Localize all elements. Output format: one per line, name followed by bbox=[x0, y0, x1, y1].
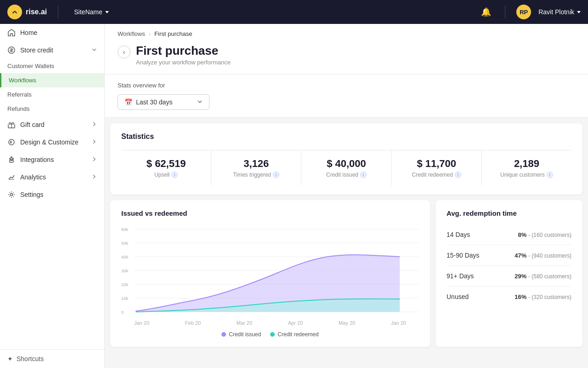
legend-credit-issued: Credit issued bbox=[221, 331, 261, 338]
design-icon bbox=[7, 138, 16, 146]
sidebar-item-analytics[interactable]: Analytics bbox=[0, 168, 104, 186]
redemption-label-91-plus: 91+ Days bbox=[447, 272, 474, 280]
breadcrumb: Workflows › First purchase bbox=[118, 30, 575, 44]
page-header-row: ‹ First purchase Analyze your workflow p… bbox=[118, 44, 575, 66]
site-name-text: SiteName bbox=[74, 8, 102, 16]
stat-times-triggered-value: 3,126 bbox=[220, 158, 292, 170]
nav-divider bbox=[58, 6, 58, 18]
back-button[interactable]: ‹ bbox=[118, 46, 130, 58]
logo[interactable]: rise.ai bbox=[7, 5, 47, 19]
x-label-feb20: Feb 20 bbox=[185, 320, 201, 326]
site-name-selector[interactable]: SiteName bbox=[69, 6, 113, 18]
user-chevron-icon bbox=[577, 11, 581, 13]
logo-text: rise.ai bbox=[26, 8, 47, 16]
issued-vs-redeemed-chart: 60k 50k 40k 30k 20k 10k 0 bbox=[121, 224, 419, 316]
stat-upsell-value: $ 62,519 bbox=[130, 158, 202, 170]
chart-icon bbox=[7, 173, 16, 181]
sidebar-item-gift-card-label: Gift card bbox=[20, 121, 45, 128]
stat-unique-customers-value: 2,189 bbox=[491, 158, 562, 170]
user-name-text: Ravit Plotnik bbox=[538, 8, 574, 16]
date-range-text: Last 30 days bbox=[136, 98, 193, 106]
svg-text:40k: 40k bbox=[121, 255, 129, 259]
stat-upsell: $ 62,519 Upsell i bbox=[121, 150, 211, 185]
credit-issued-info-icon[interactable]: i bbox=[360, 172, 367, 178]
stat-credit-redeemed: $ 11,700 Credit redeemed i bbox=[392, 150, 482, 185]
sidebar-item-design-customize-label: Design & Customize bbox=[20, 138, 79, 146]
top-navigation: rise.ai SiteName 🔔 RP Ravit Plotnik bbox=[0, 0, 588, 24]
sidebar-item-store-credit-label: Store credit bbox=[20, 46, 53, 54]
legend-credit-issued-dot bbox=[221, 332, 226, 337]
redemption-label-14-days: 14 Days bbox=[447, 231, 470, 238]
breadcrumb-workflows-link[interactable]: Workflows bbox=[118, 30, 145, 37]
stat-credit-issued-value: $ 40,000 bbox=[311, 158, 382, 170]
times-triggered-info-icon[interactable]: i bbox=[273, 172, 279, 178]
user-initials: RP bbox=[520, 9, 528, 16]
stat-unique-customers-label: Unique customers i bbox=[491, 172, 562, 178]
stat-upsell-label: Upsell i bbox=[130, 172, 202, 178]
redemption-value-unused: 16% - (320 customers) bbox=[514, 293, 571, 300]
date-dropdown-chevron-icon bbox=[197, 98, 203, 106]
redemption-label-unused: Unused bbox=[447, 293, 469, 300]
main-content: Workflows › First purchase ‹ First purch… bbox=[105, 24, 588, 368]
redemption-value-91-plus: 29% - (580 customers) bbox=[514, 273, 571, 280]
shortcuts-label: Shortcuts bbox=[17, 355, 44, 362]
legend-credit-redeemed-label: Credit redeemed bbox=[277, 331, 318, 338]
stats-grid: $ 62,519 Upsell i 3,126 Times triggered … bbox=[121, 150, 571, 185]
sidebar-bottom: ✦ Shortcuts bbox=[0, 349, 104, 368]
sidebar-sub-item-refunds[interactable]: Refunds bbox=[0, 102, 104, 116]
redemption-value-15-90-days: 47% - (940 customers) bbox=[514, 252, 571, 259]
sidebar-item-integrations-label: Integrations bbox=[20, 156, 54, 163]
sidebar-item-design-customize[interactable]: Design & Customize bbox=[0, 133, 104, 151]
sidebar-sub-item-customer-wallets[interactable]: Customer Wallets bbox=[0, 59, 104, 73]
nav-divider-2 bbox=[505, 6, 505, 18]
redemption-label-15-90-days: 15-90 Days bbox=[447, 252, 480, 259]
gift-icon bbox=[7, 121, 16, 129]
legend-credit-redeemed-dot bbox=[270, 332, 275, 337]
analytics-chevron-icon bbox=[91, 173, 97, 181]
sidebar-item-integrations[interactable]: Integrations bbox=[0, 151, 104, 168]
notifications-bell-icon[interactable]: 🔔 bbox=[478, 4, 494, 20]
store-credit-submenu: Customer Wallets Workflows Referrals Ref… bbox=[0, 59, 104, 116]
shortcuts-icon: ✦ bbox=[7, 355, 13, 362]
redemption-row-15-90-days: 15-90 Days 47% - (940 customers) bbox=[447, 245, 571, 266]
svg-text:60k: 60k bbox=[121, 227, 129, 232]
x-label-jan20: Jan 20 bbox=[134, 320, 149, 326]
logo-icon bbox=[7, 5, 22, 19]
svg-text:20k: 20k bbox=[121, 282, 129, 287]
unique-customers-info-icon[interactable]: i bbox=[547, 172, 553, 178]
sidebar-item-home-label: Home bbox=[20, 29, 37, 36]
integrations-chevron-icon bbox=[91, 156, 97, 163]
stats-overview-label: Stats overview for bbox=[118, 82, 575, 89]
legend-credit-issued-label: Credit issued bbox=[229, 331, 261, 338]
credit-icon bbox=[7, 46, 16, 54]
issued-vs-redeemed-card: Issued vs redeemed 60k 50k 40k 30k 20k 1… bbox=[110, 200, 430, 347]
sidebar-item-home[interactable]: Home bbox=[0, 24, 104, 41]
sidebar-sub-item-workflows[interactable]: Workflows bbox=[0, 73, 104, 87]
issued-vs-redeemed-title: Issued vs redeemed bbox=[121, 209, 419, 217]
x-label-apr20: Apr 20 bbox=[288, 320, 303, 326]
charts-row: Issued vs redeemed 60k 50k 40k 30k 20k 1… bbox=[110, 200, 582, 347]
user-name-selector[interactable]: Ravit Plotnik bbox=[538, 8, 581, 16]
svg-text:30k: 30k bbox=[121, 269, 129, 273]
date-range-dropdown[interactable]: 📅 Last 30 days bbox=[118, 94, 209, 110]
gift-card-chevron-icon bbox=[91, 121, 97, 128]
page-subtitle: Analyze your workflow performance bbox=[136, 59, 231, 66]
avg-redemption-title: Avg. redemption time bbox=[447, 209, 571, 217]
sidebar-sub-item-referrals[interactable]: Referrals bbox=[0, 87, 104, 102]
legend-credit-redeemed: Credit redeemed bbox=[270, 331, 318, 338]
upsell-info-icon[interactable]: i bbox=[171, 172, 178, 178]
svg-point-5 bbox=[11, 194, 13, 196]
x-label-mar20: Mar 20 bbox=[237, 320, 252, 326]
redemption-row-14-days: 14 Days 8% - (160 customers) bbox=[447, 224, 571, 245]
sidebar-item-analytics-label: Analytics bbox=[20, 173, 46, 181]
sidebar-item-settings[interactable]: Settings bbox=[0, 186, 104, 203]
stat-credit-redeemed-value: $ 11,700 bbox=[401, 158, 472, 170]
svg-text:10k: 10k bbox=[121, 296, 129, 301]
sidebar-item-gift-card[interactable]: Gift card bbox=[0, 116, 104, 133]
site-name-chevron-icon bbox=[105, 11, 109, 13]
sidebar-item-store-credit[interactable]: Store credit bbox=[0, 41, 104, 59]
shortcuts-button[interactable]: ✦ Shortcuts bbox=[7, 355, 97, 362]
credit-redeemed-info-icon[interactable]: i bbox=[455, 172, 461, 178]
chart-legend: Credit issued Credit redeemed bbox=[121, 331, 419, 338]
redemption-row-unused: Unused 16% - (320 customers) bbox=[447, 287, 571, 307]
